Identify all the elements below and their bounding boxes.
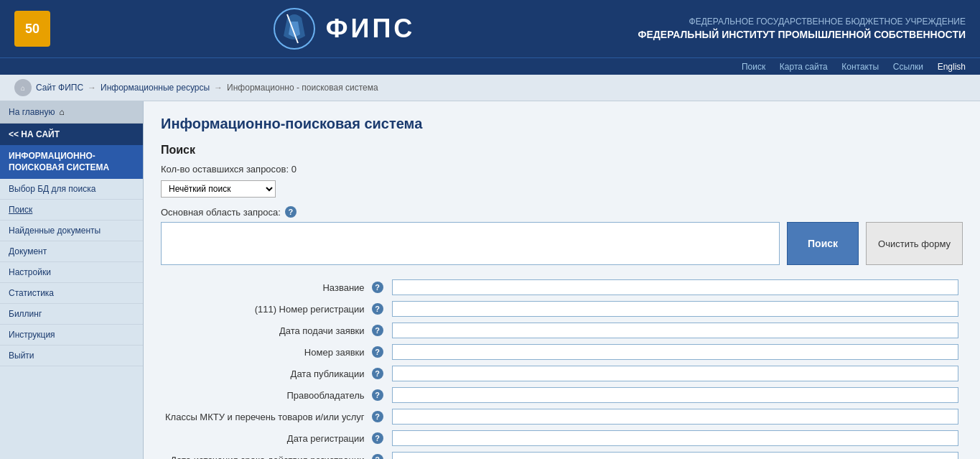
brand-name: ФИПС <box>326 14 415 44</box>
field-row-pub-date: Дата публикации ? <box>161 363 963 384</box>
main-area-help-icon[interactable]: ? <box>285 206 297 218</box>
field-row-reg-number: (111) Номер регистрации ? <box>161 298 963 320</box>
breadcrumb-arrow-1: → <box>88 83 96 93</box>
content-area: Информационно-поисковая система Поиск Ко… <box>144 101 980 459</box>
nav-links[interactable]: Ссылки <box>893 62 923 72</box>
field-row-expiry-date: Дата истечения срока действия регистраци… <box>161 449 963 459</box>
db-link[interactable]: Выбор БД для поиска <box>9 184 95 194</box>
sidebar-item-found[interactable]: Найденные документы <box>0 221 143 241</box>
sidebar: На главную ⌂ << НА САЙТ ИНФОРМАЦИОННО-ПО… <box>0 101 144 459</box>
sidebar-active-item: ИНФОРМАЦИОННО-ПОИСКОВАЯ СИСТЕМА <box>0 145 143 179</box>
home-link[interactable]: На главную <box>9 107 55 117</box>
main-layout: На главную ⌂ << НА САЙТ ИНФОРМАЦИОННО-ПО… <box>0 101 980 459</box>
field-label-rights-holder: Правообладатель <box>161 384 368 406</box>
nav-english[interactable]: English <box>938 62 966 72</box>
logo-badge: 50 <box>14 11 50 47</box>
filing-date-input[interactable] <box>392 323 958 338</box>
search-fields-table: Название ? (111) Номер регистрации ? Дат… <box>161 277 963 459</box>
field-row-filing-date: Дата подачи заявки ? <box>161 320 963 341</box>
name-input[interactable] <box>392 279 958 295</box>
query-count: Кол-во оставшихся запросов: 0 <box>161 164 963 175</box>
document-link[interactable]: Документ <box>9 246 47 256</box>
field-label-name: Название <box>161 277 368 298</box>
app-number-input[interactable] <box>392 344 958 360</box>
top-nav: Поиск Карта сайта Контакты Ссылки Englis… <box>0 57 980 75</box>
help-icon-pub-date[interactable]: ? <box>372 368 383 379</box>
subtitle-top: ФЕДЕРАЛЬНОЕ ГОСУДАРСТВЕННОЕ БЮДЖЕТНОЕ УЧ… <box>638 16 966 28</box>
mktu-input[interactable] <box>392 409 958 425</box>
sidebar-item-logout[interactable]: Выйти <box>0 346 143 366</box>
search-link[interactable]: Поиск <box>9 205 32 215</box>
sidebar-item-document[interactable]: Документ <box>0 241 143 262</box>
nav-search[interactable]: Поиск <box>742 62 765 72</box>
help-icon-expiry-date[interactable]: ? <box>372 454 383 459</box>
sidebar-item-settings[interactable]: Настройки <box>0 262 143 283</box>
found-docs-link[interactable]: Найденные документы <box>9 226 101 236</box>
field-label-app-number: Номер заявки <box>161 341 368 363</box>
field-row-rights-holder: Правообладатель ? <box>161 384 963 406</box>
header: 50 ФИПС ФЕДЕРАЛЬНОЕ ГОСУДАРСТВЕННОЕ БЮДЖ… <box>0 0 980 57</box>
breadcrumb-resources[interactable]: Информационные ресурсы <box>101 83 210 93</box>
field-row-app-number: Номер заявки ? <box>161 341 963 363</box>
expiry-date-input[interactable] <box>392 452 958 459</box>
field-label-mktu: Классы МКТУ и перечень товаров и/или усл… <box>161 406 368 427</box>
field-row-reg-date: Дата регистрации ? <box>161 427 963 449</box>
header-right: ФЕДЕРАЛЬНОЕ ГОСУДАРСТВЕННОЕ БЮДЖЕТНОЕ УЧ… <box>638 16 966 42</box>
help-icon-rights-holder[interactable]: ? <box>372 389 383 401</box>
billing-link[interactable]: Биллинг <box>9 309 42 319</box>
main-search-row: Поиск Очистить форму <box>161 222 963 265</box>
settings-link[interactable]: Настройки <box>9 267 51 277</box>
help-icon-reg-date[interactable]: ? <box>372 432 383 444</box>
rights-holder-input[interactable] <box>392 387 958 403</box>
search-type-select[interactable]: Нечёткий поиск Точный поиск Расширенный … <box>161 180 276 198</box>
main-search-input[interactable] <box>161 222 780 265</box>
main-area-label-text: Основная область запроса: <box>161 207 281 218</box>
help-icon-app-number[interactable]: ? <box>372 346 383 358</box>
reg-number-input[interactable] <box>392 301 958 317</box>
stats-link[interactable]: Статистика <box>9 288 54 298</box>
help-icon-name[interactable]: ? <box>372 282 383 293</box>
sidebar-item-billing[interactable]: Биллинг <box>0 304 143 325</box>
search-button[interactable]: Поиск <box>787 222 859 265</box>
sidebar-home[interactable]: На главную ⌂ <box>0 101 143 124</box>
header-center: ФИПС <box>50 7 638 50</box>
home-icon: ⌂ <box>59 107 64 117</box>
field-row-name: Название ? <box>161 277 963 298</box>
fips-logo-icon <box>273 7 316 50</box>
page-title: Информационно-поисковая система <box>161 116 963 132</box>
help-icon-reg-number[interactable]: ? <box>372 303 383 315</box>
breadcrumb-icon: ⌂ <box>14 79 32 96</box>
nav-contacts[interactable]: Контакты <box>841 62 879 72</box>
sidebar-item-instruction[interactable]: Инструкция <box>0 325 143 346</box>
reg-date-input[interactable] <box>392 430 958 446</box>
field-label-reg-date: Дата регистрации <box>161 427 368 449</box>
search-type-row: Нечёткий поиск Точный поиск Расширенный … <box>161 180 963 198</box>
sidebar-item-stats[interactable]: Статистика <box>0 283 143 304</box>
help-icon-filing-date[interactable]: ? <box>372 325 383 336</box>
breadcrumb: ⌂ Сайт ФИПС → Информационные ресурсы → И… <box>0 75 980 101</box>
search-section-title: Поиск <box>161 144 963 157</box>
breadcrumb-current: Информационно - поисковая система <box>227 83 378 93</box>
field-label-reg-number: (111) Номер регистрации <box>161 298 368 320</box>
query-count-label: Кол-во оставшихся запросов: <box>161 164 289 175</box>
nav-sitemap[interactable]: Карта сайта <box>780 62 828 72</box>
subtitle-bottom: ФЕДЕРАЛЬНЫЙ ИНСТИТУТ ПРОМЫШЛЕННОЙ СОБСТВ… <box>638 28 966 42</box>
field-label-pub-date: Дата публикации <box>161 363 368 384</box>
instruction-link[interactable]: Инструкция <box>9 330 55 340</box>
sidebar-section: << НА САЙТ <box>0 124 143 145</box>
help-icon-mktu[interactable]: ? <box>372 411 383 422</box>
clear-button[interactable]: Очистить форму <box>866 222 963 265</box>
main-area-label: Основная область запроса: ? <box>161 206 963 218</box>
breadcrumb-site[interactable]: Сайт ФИПС <box>36 83 83 93</box>
breadcrumb-arrow-2: → <box>214 83 223 93</box>
field-row-mktu: Классы МКТУ и перечень товаров и/или усл… <box>161 406 963 427</box>
field-label-expiry-date: Дата истечения срока действия регистраци… <box>161 449 368 459</box>
pub-date-input[interactable] <box>392 366 958 381</box>
sidebar-item-db[interactable]: Выбор БД для поиска <box>0 179 143 200</box>
logout-link[interactable]: Выйти <box>9 351 34 361</box>
sidebar-item-search[interactable]: Поиск <box>0 200 143 221</box>
query-count-value: 0 <box>291 164 297 175</box>
field-label-filing-date: Дата подачи заявки <box>161 320 368 341</box>
